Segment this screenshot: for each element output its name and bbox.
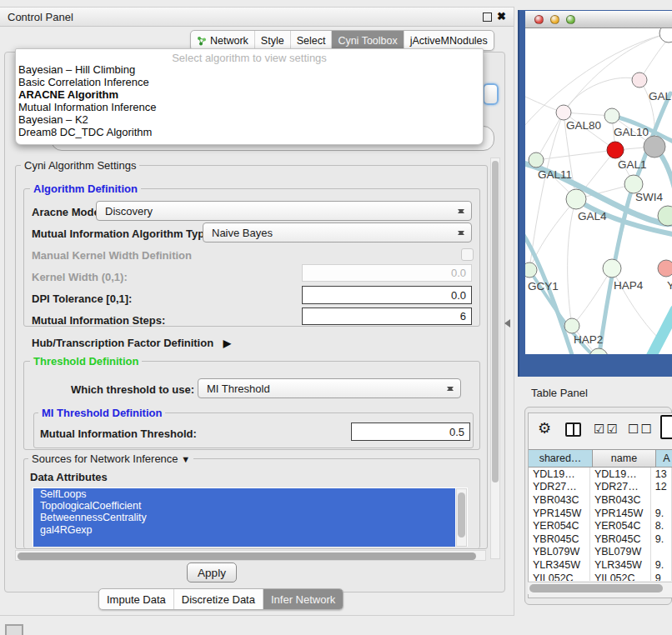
- aracne-mode-combo[interactable]: Discovery: [96, 201, 472, 221]
- table-cell[interactable]: YDL19…: [590, 468, 651, 481]
- table-cell[interactable]: YER054C: [590, 519, 651, 532]
- network-node[interactable]: [644, 136, 665, 158]
- tab-select[interactable]: Select: [290, 31, 332, 50]
- sources-toggle[interactable]: Sources for Network Inference ▼: [28, 452, 193, 465]
- column-header-name[interactable]: name: [593, 449, 656, 468]
- table-row[interactable]: YDR27…YDR27…12: [529, 481, 672, 494]
- hide-columns-icon[interactable]: ☐☐: [628, 422, 654, 437]
- settings-gear-icon[interactable]: ⚙: [538, 419, 551, 438]
- network-node[interactable]: [525, 262, 537, 278]
- table-cell[interactable]: YPR145W: [590, 507, 651, 520]
- network-node[interactable]: [659, 28, 672, 42]
- tab-jactivemnodules[interactable]: jActiveMNodules: [404, 31, 494, 50]
- table-cell[interactable]: YIL052C: [529, 572, 590, 581]
- tab-cyni-toolbox[interactable]: Cyni Toolbox: [331, 31, 403, 50]
- network-edge-highlighted[interactable]: [525, 235, 574, 354]
- float-window-icon[interactable]: [483, 12, 492, 22]
- table-cell[interactable]: YBR043C: [529, 493, 590, 507]
- close-panel-icon[interactable]: ✖: [497, 10, 506, 22]
- table-cell[interactable]: 13: [651, 468, 672, 481]
- column-header-a[interactable]: A: [656, 449, 672, 468]
- network-node[interactable]: [529, 152, 544, 168]
- minimize-light-icon[interactable]: [550, 15, 559, 24]
- splitpane-collapse-icon[interactable]: [504, 319, 510, 328]
- table-cell[interactable]: YBL079W: [529, 546, 590, 559]
- minimized-panel-icon[interactable]: [5, 624, 23, 635]
- network-edge[interactable]: [536, 112, 564, 160]
- new-table-icon[interactable]: [660, 415, 672, 439]
- network-node[interactable]: [607, 142, 624, 158]
- network-node[interactable]: [566, 189, 586, 209]
- attribute-betweennesscentrality[interactable]: BetweennessCentrality: [33, 512, 455, 523]
- zoom-light-icon[interactable]: [566, 15, 575, 24]
- settings-vscrollbar-thumb[interactable]: [492, 161, 499, 482]
- algorithm-option-dream8-dc-tdc-algorithm[interactable]: Dream8 DC_TDC Algorithm: [16, 127, 483, 139]
- table-cell[interactable]: [651, 546, 672, 559]
- algorithm-option-bayesian-k2[interactable]: Bayesian – K2: [16, 114, 483, 127]
- settings-hscrollbar[interactable]: [15, 550, 486, 561]
- mi-threshold-input[interactable]: 0.5: [351, 422, 470, 441]
- network-selector-button[interactable]: [483, 83, 499, 105]
- bottom-tab-impute-data[interactable]: Impute Data: [99, 589, 173, 609]
- table-row[interactable]: YLR345WYLR345W9.: [529, 558, 672, 572]
- network-edge[interactable]: [568, 199, 576, 326]
- algorithm-option-mutual-information-inference[interactable]: Mutual Information Inference: [16, 102, 483, 114]
- tab-network[interactable]: Network: [191, 31, 254, 50]
- table-cell[interactable]: YBR043C: [590, 493, 651, 507]
- network-edge[interactable]: [536, 150, 615, 160]
- algorithm-option-basic-correlation-inference[interactable]: Basic Correlation Inference: [16, 77, 483, 89]
- network-node[interactable]: [564, 318, 579, 333]
- hub-section-toggle[interactable]: Hub/Transcription Factor Definition ▶: [32, 337, 231, 349]
- table-cell[interactable]: YBR045C: [590, 532, 651, 546]
- table-cell[interactable]: YLR345W: [590, 558, 651, 572]
- mi-type-combo[interactable]: Naive Bayes: [203, 222, 472, 242]
- table-cell[interactable]: YIL052C: [590, 572, 651, 581]
- table-hscrollbar-thumb[interactable]: [529, 584, 663, 592]
- table-cell[interactable]: YDR27…: [529, 481, 590, 494]
- table-cell[interactable]: YPR145W: [529, 507, 590, 520]
- settings-hscrollbar-thumb[interactable]: [18, 552, 476, 560]
- table-row[interactable]: YBR045CYBR045C9.: [529, 532, 672, 546]
- attributes-scrollbar[interactable]: [456, 488, 467, 547]
- attribute-gal4rgexp[interactable]: gal4RGexp: [33, 524, 455, 536]
- bottom-tab-infer-network[interactable]: Infer Network: [263, 589, 343, 609]
- attribute-selfloops[interactable]: SelfLoops: [33, 488, 455, 500]
- table-cell[interactable]: 12: [651, 481, 672, 494]
- split-panel-icon[interactable]: [565, 422, 581, 437]
- table-cell[interactable]: YDL19…: [529, 468, 590, 481]
- algorithm-dropdown[interactable]: Select algorithm to view settings Bayesi…: [15, 48, 484, 145]
- network-node[interactable]: [603, 259, 621, 278]
- table-cell[interactable]: YBL079W: [590, 546, 651, 559]
- close-light-icon[interactable]: [534, 15, 544, 24]
- attributes-scrollbar-thumb[interactable]: [458, 492, 465, 538]
- kernel-width-input[interactable]: 0.0: [302, 264, 472, 282]
- mi-steps-input[interactable]: 6: [302, 308, 472, 325]
- tab-style[interactable]: Style: [254, 31, 290, 50]
- table-cell[interactable]: YDR27…: [590, 481, 651, 494]
- table-cell[interactable]: 9.: [651, 507, 672, 520]
- which-threshold-combo[interactable]: MI Threshold: [198, 378, 461, 398]
- table-cell[interactable]: 9.: [651, 532, 672, 546]
- network-edge[interactable]: [529, 112, 564, 270]
- table-cell[interactable]: [651, 493, 672, 507]
- table-row[interactable]: YBR043CYBR043C: [529, 493, 672, 507]
- column-header-shared[interactable]: shared…: [529, 449, 593, 468]
- table-cell[interactable]: YER054C: [529, 519, 590, 532]
- table-hscrollbar[interactable]: [528, 582, 672, 594]
- table-row[interactable]: YIL052CYIL052C9: [529, 572, 672, 581]
- table-cell[interactable]: YLR345W: [529, 558, 590, 572]
- network-edge-highlighted[interactable]: [649, 310, 672, 354]
- dpi-tolerance-input[interactable]: 0.0: [302, 286, 472, 304]
- show-columns-icon[interactable]: ☑☑: [594, 422, 619, 437]
- bottom-tab-discretize-data[interactable]: Discretize Data: [173, 589, 263, 609]
- apply-button[interactable]: Apply: [187, 562, 237, 582]
- network-window-titlebar[interactable]: [525, 11, 672, 28]
- table-row[interactable]: YPR145WYPR145W9.: [529, 507, 672, 520]
- table-row[interactable]: YER054CYER054C8.: [529, 519, 672, 532]
- network-node[interactable]: [632, 72, 647, 88]
- network-node[interactable]: [556, 105, 571, 120]
- table-row[interactable]: YDL19…YDL19…13: [529, 468, 672, 481]
- network-node[interactable]: [604, 108, 619, 123]
- network-canvas[interactable]: GALGAL80GAL10GAL1GAL11SWI4GAL4GCY1HAP4YH…: [525, 28, 672, 354]
- algorithm-option-bayesian-hill-climbing[interactable]: Bayesian – Hill Climbing: [16, 64, 483, 77]
